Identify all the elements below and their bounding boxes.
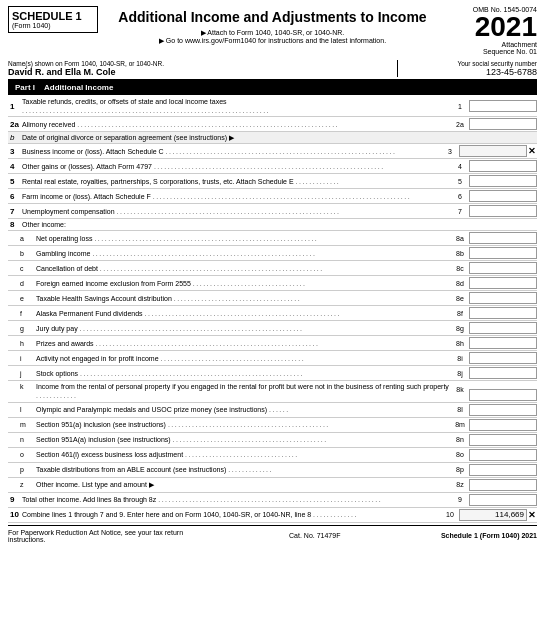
part1-title: Additional Income (44, 83, 113, 92)
row-8n: n Section 951A(a) inclusion (see instruc… (8, 433, 537, 448)
row-8m-field[interactable] (469, 419, 537, 431)
row-3: 3 Business income or (loss). Attach Sche… (8, 144, 537, 159)
row-8j-field[interactable] (469, 367, 537, 379)
page: SCHEDULE 1 (Form 1040) Additional Income… (0, 0, 545, 552)
row-8g-field[interactable] (469, 322, 537, 334)
row-8c-field[interactable] (469, 262, 537, 274)
row-8h-field-label: 8h (451, 340, 469, 347)
row-6-desc: Farm income or (loss). Attach Schedule F… (20, 192, 451, 201)
row-8i: i Activity not engaged in for profit inc… (8, 351, 537, 366)
row-8i-field[interactable] (469, 352, 537, 364)
row-8b: b Gambling income ......................… (8, 246, 537, 261)
row-8o-field[interactable] (469, 449, 537, 461)
row-8j-desc: Stock options ..........................… (34, 369, 451, 378)
row-8e-field-label: 8e (451, 295, 469, 302)
row-8g-label: g (20, 325, 34, 332)
taxpayer-name: David R. and Ella M. Cole (8, 67, 397, 77)
row-8n-label: n (20, 436, 34, 443)
schedule-block: SCHEDULE 1 (Form 1040) (8, 6, 98, 33)
row-9: 9 Total other income. Add lines 8a throu… (8, 493, 537, 508)
row-8l-desc: Olympic and Paralympic medals and USOC p… (34, 405, 451, 414)
row-4-num: 4 (8, 162, 20, 171)
row-9-field[interactable] (469, 494, 537, 506)
row-8e-label: e (20, 295, 34, 302)
row-8d-field[interactable] (469, 277, 537, 289)
row-8g: g Jury duty pay ........................… (8, 321, 537, 336)
row-8b-field-label: 8b (451, 250, 469, 257)
row-8z-field[interactable] (469, 479, 537, 491)
row-8a-label: a (20, 235, 34, 242)
row-7-field[interactable] (469, 205, 537, 217)
row-8c-field-label: 8c (451, 265, 469, 272)
row-8i-desc: Activity not engaged in for profit incom… (34, 354, 451, 363)
row-8p-field[interactable] (469, 464, 537, 476)
tax-year: 2021 (447, 13, 537, 41)
row-8o-label: o (20, 451, 34, 458)
row-1-num: 1 (8, 102, 20, 111)
row-8g-field-label: 8g (451, 325, 469, 332)
row-8o-field-label: 8o (451, 451, 469, 458)
row-10-num: 10 (8, 510, 20, 519)
row-2b-desc: Date of original divorce or separation a… (20, 133, 451, 142)
row-10-value: 114,669 (495, 510, 524, 519)
row-8z-desc: Other income. List type and amount ▶ (34, 480, 451, 489)
row-8j-label: j (20, 370, 34, 377)
row-8o: o Section 461(l) excess business loss ad… (8, 448, 537, 463)
row-8c-label: c (20, 265, 34, 272)
row-10-field[interactable]: 114,669 (459, 509, 527, 521)
ssn-label: Your social security number (402, 60, 537, 67)
row-5-field[interactable] (469, 175, 537, 187)
row-8d-label: d (20, 280, 34, 287)
row-1: 1 Taxable refunds, credits, or offsets o… (8, 96, 537, 117)
row-8a-field[interactable] (469, 232, 537, 244)
header-right: OMB No. 1545-0074 2021 Attachment Sequen… (447, 6, 537, 55)
row-8b-field[interactable] (469, 247, 537, 259)
row-10: 10 Combine lines 1 through 7 and 9. Ente… (8, 508, 537, 523)
row-8k-label: k (20, 382, 34, 390)
row-10-x: ✕ (527, 510, 537, 520)
form-label: (Form 1040) (12, 22, 94, 29)
row-8f-field[interactable] (469, 307, 537, 319)
row-8l-label: l (20, 406, 34, 413)
row-8n-field[interactable] (469, 434, 537, 446)
row-8c: c Cancellation of debt .................… (8, 261, 537, 276)
row-6-num: 6 (8, 192, 20, 201)
row-8l: l Olympic and Paralympic medals and USOC… (8, 403, 537, 418)
ssn-value: 123-45-6788 (402, 67, 537, 77)
row-8m-desc: Section 951(a) inclusion (see instructio… (34, 420, 451, 429)
row-5-num: 5 (8, 177, 20, 186)
row-8h-desc: Prizes and awards ......................… (34, 339, 451, 348)
name-section: Name(s) shown on Form 1040, 1040-SR, or … (8, 60, 397, 77)
row-3-desc: Business income or (loss). Attach Schedu… (20, 147, 441, 156)
row-1-field[interactable] (469, 100, 537, 112)
part1-header: Part I Additional Income (8, 80, 537, 95)
row-6: 6 Farm income or (loss). Attach Schedule… (8, 189, 537, 204)
row-3-field-label: 3 (441, 148, 459, 155)
row-8l-field[interactable] (469, 404, 537, 416)
row-8f-label: f (20, 310, 34, 317)
footer-right: Schedule 1 (Form 1040) 2021 (417, 532, 537, 539)
row-8h-field[interactable] (469, 337, 537, 349)
row-10-desc: Combine lines 1 through 7 and 9. Enter h… (20, 510, 441, 519)
row-8-desc: Other income: (20, 220, 451, 229)
row-2a: 2a Alimony received ....................… (8, 117, 537, 132)
row-8p-desc: Taxable distributions from an ABLE accou… (34, 465, 451, 474)
row-2a-desc: Alimony received .......................… (20, 120, 451, 129)
row-5-field-label: 5 (451, 178, 469, 185)
row-4-field[interactable] (469, 160, 537, 172)
row-8e-desc: Taxable Health Savings Account distribut… (34, 294, 451, 303)
row-8f: f Alaska Permanent Fund dividends ......… (8, 306, 537, 321)
row-8e: e Taxable Health Savings Account distrib… (8, 291, 537, 306)
row-8h: h Prizes and awards ....................… (8, 336, 537, 351)
footer: For Paperwork Reduction Act Notice, see … (8, 525, 537, 546)
row-3-field[interactable] (459, 145, 527, 157)
row-8k-field[interactable] (469, 389, 537, 401)
row-2a-field[interactable] (469, 118, 537, 130)
row-8e-field[interactable] (469, 292, 537, 304)
row-8m-label: m (20, 421, 34, 428)
name-ssn-row: Name(s) shown on Form 1040, 1040-SR, or … (8, 58, 537, 80)
name-label: Name(s) shown on Form 1040, 1040-SR, or … (8, 60, 397, 67)
row-8a-desc: Net operating loss .....................… (34, 234, 451, 243)
row-8z-label: z (20, 481, 34, 488)
row-6-field[interactable] (469, 190, 537, 202)
